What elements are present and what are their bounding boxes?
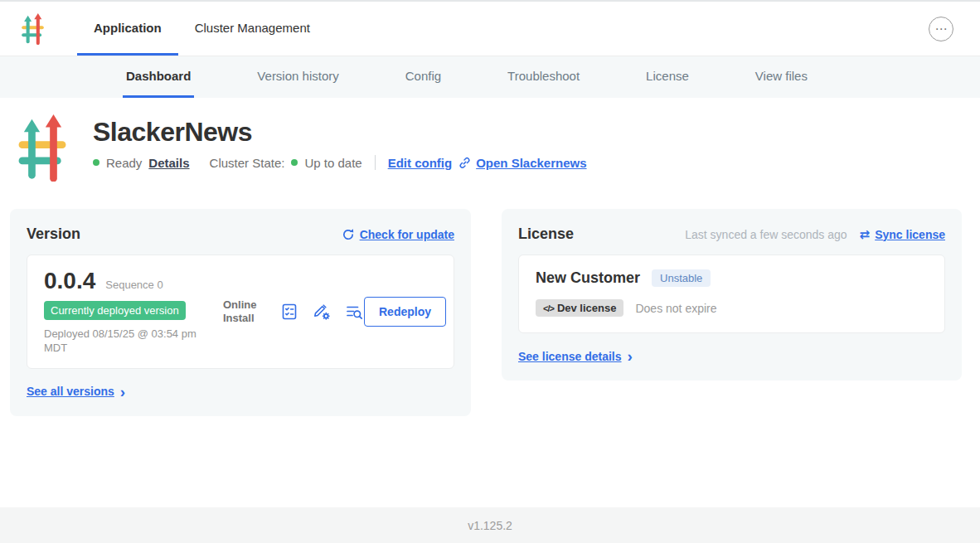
open-app-link[interactable]: Open Slackernews — [458, 156, 586, 170]
version-card-title: Version — [27, 225, 80, 243]
release-notes-checklist-icon[interactable] — [279, 302, 299, 322]
customer-name: New Customer — [536, 269, 640, 287]
subnav-item-version-history[interactable]: Version history — [254, 56, 342, 98]
sync-license-link[interactable]: ⇄ Sync license — [859, 228, 945, 241]
subnav-item-troubleshoot[interactable]: Troubleshoot — [504, 56, 583, 98]
sync-license-label: Sync license — [875, 228, 945, 241]
redeploy-button[interactable]: Redeploy — [364, 297, 446, 327]
top-navigation: Application Cluster Management ⋯ — [0, 2, 980, 56]
license-card: License Last synced a few seconds ago ⇄ … — [502, 209, 962, 381]
admin-console-page: Application Cluster Management ⋯ Dashboa… — [0, 0, 980, 543]
footer: v1.125.2 — [0, 507, 980, 543]
license-type-badge: </> Dev license — [536, 299, 623, 317]
current-version-number: 0.0.4 — [44, 268, 95, 294]
see-license-details-label: See license details — [518, 350, 622, 363]
chevron-right-icon: › — [120, 384, 125, 400]
see-all-versions-label: See all versions — [27, 385, 114, 398]
subnav-item-license[interactable]: License — [643, 56, 692, 98]
license-type-label: Dev license — [557, 302, 617, 314]
overflow-menu-button[interactable]: ⋯ — [929, 17, 953, 41]
chevron-right-icon: › — [628, 348, 633, 364]
version-card: Version Check for update — [10, 209, 471, 416]
deployed-badge: Currently deployed version — [44, 301, 186, 320]
edit-config-link-label: Edit config — [388, 156, 453, 170]
top-tabs: Application Cluster Management — [77, 2, 327, 56]
subnav-item-dashboard[interactable]: Dashboard — [123, 56, 194, 98]
cluster-state-dot — [291, 159, 298, 166]
open-app-link-label: Open Slackernews — [476, 156, 586, 170]
license-header-right: Last synced a few seconds ago ⇄ Sync lic… — [685, 228, 945, 241]
view-logs-icon[interactable] — [344, 302, 364, 322]
subnav-item-view-files[interactable]: View files — [752, 56, 811, 98]
app-status-dot — [93, 159, 99, 166]
console-version-text: v1.125.2 — [468, 519, 512, 532]
sequence-label: Sequence 0 — [105, 279, 163, 291]
license-details-panel: New Customer Unstable </> Dev license Do… — [518, 255, 945, 333]
dashboard-content: SlackerNews Ready Details Cluster State:… — [0, 98, 980, 416]
config-tools-icon[interactable] — [312, 302, 332, 322]
vertical-divider — [375, 155, 376, 170]
app-logo-small-icon — [22, 13, 44, 45]
edit-config-link[interactable]: Edit config — [388, 156, 453, 170]
subnav-item-config[interactable]: Config — [402, 56, 444, 98]
app-header: SlackerNews Ready Details Cluster State:… — [10, 114, 970, 182]
details-link-label: Details — [148, 156, 189, 170]
check-for-update-label: Check for update — [360, 228, 454, 241]
cluster-state-label: Cluster State: — [210, 156, 285, 170]
app-status-row: Ready Details Cluster State: Up to date … — [93, 155, 587, 170]
version-info: 0.0.4 Sequence 0 Currently deployed vers… — [44, 268, 220, 356]
cluster-state-value: Up to date — [304, 156, 361, 170]
app-logo-large-icon — [18, 114, 66, 182]
details-link[interactable]: Details — [148, 156, 189, 170]
last-synced-text: Last synced a few seconds ago — [685, 228, 847, 241]
app-sub-navigation: Dashboard Version history Config Trouble… — [0, 56, 980, 98]
refresh-icon — [342, 228, 355, 241]
license-card-header: License Last synced a few seconds ago ⇄ … — [518, 225, 945, 243]
external-link-icon — [458, 157, 471, 169]
ellipsis-icon: ⋯ — [935, 22, 948, 35]
version-action-icons — [279, 302, 364, 322]
version-card-header: Version Check for update — [27, 225, 454, 243]
install-type-label: Online Install — [223, 298, 266, 326]
current-version-panel: 0.0.4 Sequence 0 Currently deployed vers… — [27, 255, 454, 369]
app-status-text: Ready — [106, 156, 142, 170]
check-for-update-link[interactable]: Check for update — [342, 228, 454, 241]
license-card-title: License — [518, 225, 574, 243]
page-title: SlackerNews — [93, 116, 587, 148]
channel-badge: Unstable — [652, 269, 711, 287]
tab-application[interactable]: Application — [77, 2, 178, 56]
tab-cluster-management[interactable]: Cluster Management — [178, 2, 327, 56]
dashboard-cards: Version Check for update — [10, 209, 970, 416]
code-icon: </> — [543, 303, 554, 313]
expiration-text: Does not expire — [635, 302, 716, 315]
sync-icon: ⇄ — [860, 228, 871, 240]
deployed-timestamp: Deployed 08/15/25 @ 03:54 pm MDT — [44, 327, 208, 356]
see-license-details-link[interactable]: See license details › — [518, 348, 633, 364]
see-all-versions-link[interactable]: See all versions › — [27, 384, 125, 400]
